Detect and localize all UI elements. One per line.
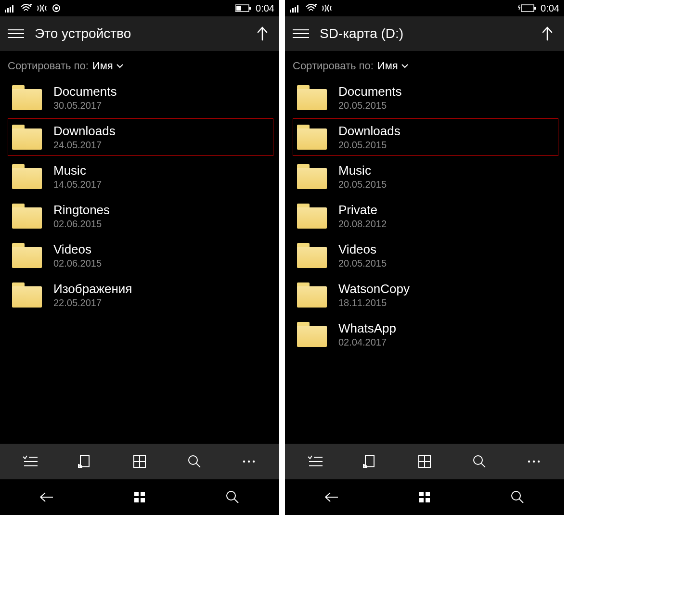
home-button[interactable]: [111, 485, 168, 509]
view-button[interactable]: [405, 448, 444, 475]
svg-point-44: [474, 456, 482, 464]
more-button[interactable]: [230, 448, 268, 475]
svg-rect-32: [297, 5, 298, 13]
folder-name: Изображения: [53, 282, 132, 296]
svg-rect-7: [249, 7, 251, 10]
folder-icon: [297, 243, 327, 268]
sort-dropdown[interactable]: Имя: [377, 60, 409, 72]
nav-search-button[interactable]: [489, 485, 546, 509]
folder-text: Documents20.05.2015: [338, 84, 402, 111]
svg-rect-12: [80, 455, 89, 467]
signal-icon: [290, 4, 300, 13]
folder-item[interactable]: Videos02.06.2015: [8, 237, 273, 274]
view-button[interactable]: [120, 448, 159, 475]
vibrate-icon: [322, 4, 332, 13]
newfolder-button[interactable]: [65, 448, 104, 475]
select-button[interactable]: [296, 448, 335, 475]
folder-item[interactable]: Videos20.05.2015: [293, 237, 558, 274]
folder-text: Videos20.05.2015: [338, 242, 387, 269]
battery-icon: [235, 4, 252, 12]
newfolder-button[interactable]: [350, 448, 389, 475]
svg-line-19: [196, 463, 200, 467]
folder-date: 20.05.2015: [338, 179, 387, 190]
nav-search-button[interactable]: [204, 485, 261, 509]
folder-name: Music: [338, 163, 387, 178]
svg-rect-49: [419, 492, 424, 496]
phone-left: 0:04 Это устройство Сортировать по: Имя …: [0, 0, 279, 515]
folder-item[interactable]: WatsonCopy18.11.2015: [293, 276, 558, 314]
svg-point-20: [243, 461, 245, 462]
up-button[interactable]: [253, 25, 271, 43]
nav-bar: [285, 479, 564, 515]
svg-rect-34: [534, 7, 536, 10]
folder-icon: [297, 204, 327, 229]
folder-item[interactable]: Documents20.05.2015: [293, 79, 558, 116]
home-button[interactable]: [396, 485, 453, 509]
more-button[interactable]: [515, 448, 553, 475]
folder-icon: [12, 125, 42, 150]
folder-date: 02.04.2017: [338, 337, 396, 348]
folder-item[interactable]: Documents30.05.2017: [8, 79, 273, 116]
status-time: 0:04: [256, 3, 274, 14]
folder-text: Documents30.05.2017: [53, 84, 117, 111]
folder-text: Ringtones02.06.2015: [53, 203, 110, 230]
folder-icon: [12, 164, 42, 189]
sort-label: Сортировать по:: [293, 60, 374, 72]
hamburger-button[interactable]: [8, 26, 24, 42]
svg-rect-24: [141, 492, 145, 496]
folder-text: Изображения22.05.2017: [53, 282, 132, 308]
folder-text: Private20.08.2012: [338, 203, 387, 230]
hamburger-button[interactable]: [293, 26, 309, 42]
svg-rect-50: [426, 492, 430, 496]
svg-rect-51: [419, 498, 424, 502]
nav-bar: [0, 479, 279, 515]
svg-rect-23: [134, 492, 139, 496]
app-header: SD-карта (D:): [285, 16, 564, 51]
folder-name: Downloads: [338, 124, 401, 139]
svg-point-5: [55, 7, 58, 10]
folder-item[interactable]: Music20.05.2015: [293, 158, 558, 195]
svg-rect-25: [134, 498, 139, 502]
folder-item[interactable]: WhatsApp02.04.2017: [293, 316, 558, 353]
folder-date: 20.05.2015: [338, 140, 401, 151]
folder-name: Ringtones: [53, 203, 110, 218]
sort-value-text: Имя: [377, 60, 398, 72]
sort-dropdown[interactable]: Имя: [92, 60, 124, 72]
wifi-icon: [305, 4, 317, 13]
header-title: SD-карта (D:): [320, 26, 528, 41]
svg-point-46: [528, 461, 530, 462]
phone-right: 0:04 SD-карта (D:) Сортировать по: Имя D…: [285, 0, 564, 515]
back-button[interactable]: [303, 485, 361, 509]
back-button[interactable]: [18, 485, 76, 509]
folder-icon: [297, 125, 327, 150]
folder-item[interactable]: Изображения22.05.2017: [8, 276, 273, 314]
folder-date: 18.11.2015: [338, 297, 410, 308]
status-right: 0:04: [235, 3, 274, 14]
folder-name: Downloads: [53, 124, 116, 139]
svg-rect-1: [7, 8, 9, 13]
chevron-down-icon: [116, 64, 124, 68]
svg-point-27: [227, 491, 235, 500]
folder-name: WhatsApp: [338, 321, 396, 336]
folder-item[interactable]: Private20.08.2012: [293, 197, 558, 235]
folder-item[interactable]: Downloads24.05.2017: [8, 118, 273, 156]
app-bar: [0, 444, 279, 479]
folder-date: 14.05.2017: [53, 179, 102, 190]
sort-value-text: Имя: [92, 60, 113, 72]
svg-point-22: [253, 461, 255, 462]
select-button[interactable]: [11, 448, 50, 475]
folder-item[interactable]: Ringtones02.06.2015: [8, 197, 273, 235]
folder-text: WhatsApp02.04.2017: [338, 321, 396, 348]
folder-name: WatsonCopy: [338, 282, 410, 296]
header-title: Это устройство: [35, 26, 243, 41]
svg-rect-26: [141, 498, 145, 502]
svg-rect-38: [365, 455, 374, 467]
search-button[interactable]: [460, 448, 499, 475]
svg-rect-29: [290, 10, 291, 13]
folder-item[interactable]: Downloads20.05.2015: [293, 118, 558, 156]
folder-item[interactable]: Music14.05.2017: [8, 158, 273, 195]
search-button[interactable]: [175, 448, 214, 475]
svg-rect-2: [10, 7, 11, 13]
battery-charging-icon: [517, 4, 537, 12]
up-button[interactable]: [538, 25, 556, 43]
